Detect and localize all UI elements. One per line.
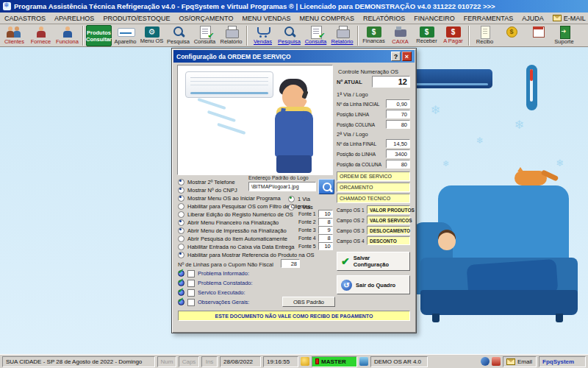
toolbar-button-vendas[interactable]: Vendas bbox=[250, 25, 276, 46]
coin-icon bbox=[503, 26, 520, 38]
toolbar-button-aparelho[interactable]: Aparelho bbox=[112, 25, 138, 46]
option-mostrar-2-telefone[interactable]: Mostrar 2º Telefone bbox=[178, 178, 235, 185]
option-mostrar-cnpj[interactable]: Mostrar Nº do CNPJ bbox=[178, 186, 237, 194]
snowflake-icon bbox=[514, 118, 524, 132]
radio-icon bbox=[178, 252, 184, 258]
menu-ferramentas[interactable]: FERRAMENTAS bbox=[464, 15, 513, 22]
toolbar-button-funciona[interactable]: Funciona bbox=[54, 25, 80, 46]
menu-cadastros[interactable]: CADASTROS bbox=[4, 15, 46, 22]
menu-produto-estoque[interactable]: PRODUTO/ESTOQUE bbox=[103, 15, 170, 22]
checkbox-label: Problema Informado: bbox=[198, 270, 249, 277]
checkbox-problema-informado[interactable]: Problema Informado: bbox=[178, 269, 249, 277]
option-abrir-pesquisa-item[interactable]: Abrir Pesquisa do Item Automaticamente bbox=[178, 235, 287, 242]
field-campo-os-3[interactable]: DESLOCAMENTO bbox=[367, 226, 410, 235]
field-no-atual[interactable]: 12 bbox=[372, 76, 410, 88]
fonte-5-field[interactable]: 10 bbox=[318, 242, 333, 250]
field-linha-final[interactable]: 14,50 bbox=[386, 139, 410, 148]
toolbar-button-produtos-consultar[interactable]: Produtos Consultar bbox=[86, 25, 112, 46]
toolbar-button-suporte[interactable]: Suporte bbox=[551, 25, 577, 46]
field-titulo-chamado-tecnico[interactable]: CHAMADO TECNICO bbox=[337, 194, 410, 203]
air-conditioner-image bbox=[185, 71, 273, 98]
toolbar-button-financas[interactable]: Financas bbox=[361, 25, 387, 46]
field-titulo-orcamento[interactable]: ORCAMENTO bbox=[337, 183, 410, 192]
toolbar-button-fornece[interactable]: Fornece bbox=[28, 25, 54, 46]
label-campo-os-1: Campo OS 1 bbox=[337, 208, 365, 213]
window-titlebar[interactable]: Programa Assistência Técnica Refrigeraçã… bbox=[0, 0, 588, 13]
fonte-4-row: Fonte 48 bbox=[298, 234, 333, 242]
support-exit-icon bbox=[556, 26, 573, 38]
fonte-label: Fonte 2 bbox=[298, 219, 316, 224]
toolbar-button-a-pagar[interactable]: A Pagar bbox=[440, 25, 466, 46]
option-mostrar-referencia-produto[interactable]: Habilitar para Mostrar Referencia do Pro… bbox=[178, 251, 315, 258]
field-posicao-coluna[interactable]: 80 bbox=[386, 120, 410, 129]
toolbar-button-coin[interactable] bbox=[498, 25, 524, 46]
radio-icon bbox=[288, 196, 295, 202]
fonte-2-field[interactable]: 8 bbox=[318, 218, 333, 226]
toolbar-button-caixa[interactable]: CAIXA bbox=[387, 25, 413, 46]
section-controle-numeracao: Controle Numeração OS bbox=[338, 68, 398, 75]
status-email[interactable]: Email bbox=[503, 356, 537, 367]
field-posicao-linha[interactable]: 70 bbox=[386, 110, 410, 118]
menu-financeiro[interactable]: FINANCEIRO bbox=[414, 15, 455, 22]
checkbox-servico-executado[interactable]: Servico Executado: bbox=[178, 289, 245, 297]
toolbar-label: Receber bbox=[416, 38, 437, 44]
option-abrir-menu-financeiro[interactable]: Abrir Menu Financeiro na Finalização bbox=[178, 219, 279, 226]
checkbox-observacoes-gerais[interactable]: Observações Gerais: bbox=[178, 298, 249, 306]
toolbar-button-recibo[interactable]: Recibo bbox=[472, 25, 498, 46]
menu-compras[interactable]: MENU COMPRAS bbox=[299, 15, 354, 22]
snowflake-icon bbox=[431, 103, 440, 117]
option-entrada-caixa-data-entrega[interactable]: Habilitar Entrada no Caixa via Data Entr… bbox=[178, 243, 295, 250]
save-config-button[interactable]: Salvar Configuração bbox=[337, 252, 410, 271]
option-pesquisar-filtro-clientes[interactable]: Habilitar para Pesquisar OS com Filtro d… bbox=[178, 202, 311, 210]
toolbar-button-consulta-os[interactable]: Consulta bbox=[192, 25, 218, 46]
obs-padrao-button[interactable]: OBS Padrão bbox=[282, 297, 335, 307]
radio-icon bbox=[178, 211, 184, 218]
field-campo-os-4[interactable]: DESCONTO bbox=[367, 236, 410, 245]
menu-relatorios[interactable]: RELATÓRIOS bbox=[363, 15, 405, 22]
radio-1-via[interactable]: 1 Via bbox=[288, 195, 310, 202]
field-posicao-da-coluna[interactable]: 80 bbox=[386, 160, 410, 169]
status-caps-lock: Caps bbox=[179, 356, 199, 367]
checkbox-icon bbox=[187, 299, 195, 306]
exit-button[interactable]: Sair do Quadro bbox=[337, 275, 410, 294]
toolbar-button-menu-os[interactable]: Menu OS bbox=[139, 25, 165, 46]
fonte-4-field[interactable]: 8 bbox=[318, 234, 333, 242]
field-logo-path[interactable]: \BITMAP\logoar1.jpg bbox=[248, 182, 316, 191]
menu-aparelhos[interactable]: APARELHOS bbox=[54, 15, 94, 22]
toolbar-button-calendar[interactable] bbox=[525, 25, 551, 46]
option-label: Abrir Menu de Impressão na Finalização bbox=[187, 227, 287, 234]
dialog-titlebar[interactable]: Configuração da ORDEM DE SERVIÇO bbox=[173, 50, 415, 63]
toolbar-button-clientes[interactable]: Clientes bbox=[1, 25, 27, 46]
snowflake-icon bbox=[476, 135, 484, 146]
toolbar-button-relatorio-vendas[interactable]: Relatório bbox=[329, 25, 355, 46]
field-posicao-do-linha[interactable]: 3400 bbox=[386, 149, 410, 158]
fonte-1-field[interactable]: 10 bbox=[318, 210, 333, 218]
menu-email[interactable]: E-MAIL bbox=[553, 15, 586, 22]
field-linhas-cupom[interactable]: 28 bbox=[281, 259, 300, 268]
toolbar-button-pesquisa-vendas[interactable]: Pesquisa bbox=[276, 25, 302, 46]
field-campo-os-1[interactable]: VALOR PRODUTOS bbox=[367, 205, 410, 214]
person-art bbox=[438, 233, 456, 250]
help-button[interactable] bbox=[391, 52, 401, 61]
checkbox-problema-constatado[interactable]: Problema Constatado: bbox=[178, 279, 253, 287]
menu-ajuda[interactable]: AJUDA bbox=[522, 15, 544, 22]
toolbar-button-consulta-vendas[interactable]: Consulta bbox=[303, 25, 329, 46]
option-liberar-edicao-registro[interactable]: Liberar Edição do Registo Numérico de OS bbox=[178, 210, 293, 218]
toolbar-button-relatorio-os[interactable]: Relatório bbox=[218, 25, 244, 46]
workspace: Configuração da ORDEM DE SERVIÇO bbox=[0, 47, 588, 354]
fonte-3-field[interactable]: 9 bbox=[318, 226, 333, 234]
field-campo-os-2[interactable]: VALOR SERVICOS bbox=[367, 216, 410, 224]
browse-logo-button[interactable] bbox=[318, 179, 334, 194]
option-menu-os-iniciar[interactable]: Mostrar Menu OS ao Iniciar Programa bbox=[178, 194, 281, 202]
field-titulo-ordem-servico[interactable]: ORDEM DE SERVICO bbox=[337, 171, 410, 181]
toolbar-button-pesquisa-os[interactable]: Pesquisa bbox=[165, 25, 191, 46]
menu-email-label: E-MAIL bbox=[564, 15, 586, 22]
sales-cart-icon bbox=[255, 26, 271, 38]
menu-vendas[interactable]: MENU VENDAS bbox=[242, 15, 290, 22]
field-linha-inicial[interactable]: 0,90 bbox=[386, 99, 410, 108]
toolbar-button-receber[interactable]: Receber bbox=[414, 25, 440, 46]
option-abrir-menu-impressao[interactable]: Abrir Menu de Impressão na Finalização bbox=[178, 227, 287, 234]
menu-os-orcamento[interactable]: OS/ORÇAMENTO bbox=[179, 15, 234, 22]
close-button[interactable] bbox=[402, 52, 412, 61]
footer-note: ESTE DOCUMENTO NÃO VALE COMO RECIBO DE P… bbox=[178, 311, 410, 321]
